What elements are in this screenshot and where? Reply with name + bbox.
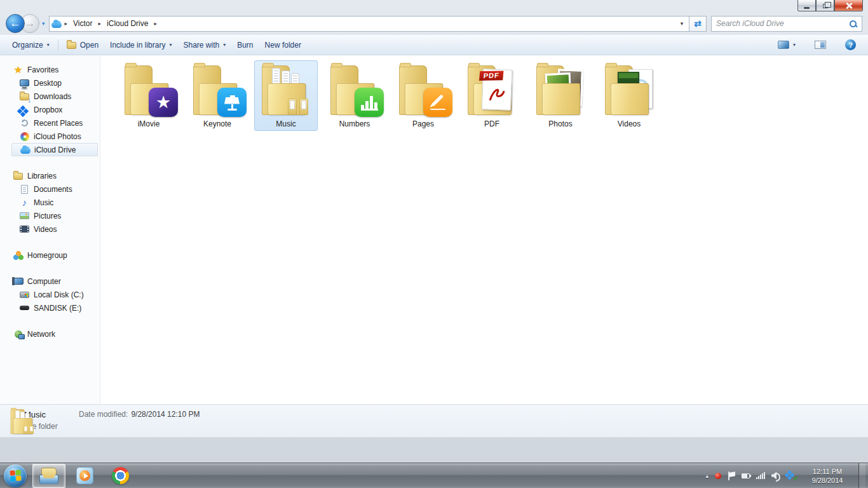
keynote-badge-icon bbox=[217, 88, 247, 117]
file-tile-imovie[interactable]: ★ iMovie bbox=[117, 60, 180, 131]
folder-icon bbox=[327, 64, 382, 118]
dropbox-tray-icon[interactable]: ✓ bbox=[787, 471, 796, 480]
sidebar-item-pictures[interactable]: Pictures bbox=[0, 209, 100, 222]
restore-button[interactable] bbox=[816, 0, 834, 11]
show-desktop-button[interactable] bbox=[858, 463, 865, 488]
minimize-button[interactable] bbox=[797, 0, 816, 11]
organize-button[interactable]: Organize ▾ bbox=[6, 37, 55, 53]
back-button[interactable]: ← bbox=[6, 14, 25, 33]
main-area: ★ Favorites Desktop ↓ Downloads Dropbox bbox=[0, 55, 868, 404]
burn-button[interactable]: Burn bbox=[231, 37, 259, 53]
help-button[interactable]: ? bbox=[839, 36, 862, 53]
network-icon bbox=[13, 329, 24, 339]
breadcrumb-item-icloud-drive[interactable]: iCloud Drive bbox=[104, 19, 151, 28]
imovie-badge-icon: ★ bbox=[149, 88, 178, 117]
taskbar-button-media-player[interactable] bbox=[68, 464, 101, 488]
chrome-icon bbox=[112, 467, 129, 484]
breadcrumb-item-victor[interactable]: Victor bbox=[70, 19, 95, 28]
sidebar-header-favorites[interactable]: ★ Favorites bbox=[0, 63, 100, 76]
pdf-tag-label: PDF bbox=[479, 71, 504, 81]
new-folder-label: New folder bbox=[265, 41, 301, 50]
address-history-dropdown[interactable]: ▾ bbox=[677, 20, 687, 27]
recent-pages-dropdown[interactable]: ▾ bbox=[42, 20, 45, 27]
photos-folder-icon bbox=[533, 64, 588, 118]
libraries-icon bbox=[13, 171, 24, 181]
explorer-window: ← → ▾ ▸ Victor ▸ iCloud Drive ▸ ▾ ⇄ Orga… bbox=[0, 0, 868, 463]
sidebar-header-computer[interactable]: Computer bbox=[0, 274, 100, 288]
preview-pane-button[interactable] bbox=[809, 37, 832, 52]
homegroup-icon bbox=[13, 250, 24, 261]
sidebar-header-homegroup[interactable]: Homegroup bbox=[0, 248, 100, 262]
numbers-badge-icon bbox=[355, 88, 384, 117]
desktop-icon bbox=[19, 78, 30, 88]
file-tile-photos[interactable]: Photos bbox=[529, 60, 592, 131]
pages-badge-icon bbox=[423, 88, 452, 117]
sidebar-group-network: Network bbox=[0, 327, 100, 341]
sidebar-item-dropbox[interactable]: Dropbox bbox=[0, 103, 100, 116]
sidebar-header-libraries[interactable]: Libraries bbox=[0, 169, 100, 182]
minimize-icon bbox=[804, 7, 810, 9]
action-center-flag-icon[interactable] bbox=[728, 471, 735, 480]
desktop-screen: ← → ▾ ▸ Victor ▸ iCloud Drive ▸ ▾ ⇄ Orga… bbox=[0, 0, 868, 488]
sidebar-group-favorites: ★ Favorites Desktop ↓ Downloads Dropbox bbox=[0, 63, 100, 156]
open-button[interactable]: Open bbox=[61, 37, 104, 53]
close-button[interactable] bbox=[834, 0, 863, 11]
view-controls: ▾ ? bbox=[772, 36, 862, 53]
sidebar-item-icloud-photos[interactable]: iCloud Photos bbox=[0, 130, 100, 143]
taskbar: ▴ ✓ 12:11 PM 9/28/2014 bbox=[0, 463, 868, 488]
show-hidden-icons-button[interactable]: ▴ bbox=[705, 473, 709, 479]
preview-pane-icon bbox=[815, 41, 826, 49]
file-tile-pages[interactable]: Pages bbox=[391, 60, 455, 131]
new-folder-button[interactable]: New folder bbox=[259, 37, 307, 53]
network-signal-icon[interactable] bbox=[756, 472, 765, 479]
sidebar-item-local-disk[interactable]: Local Disk (C:) bbox=[0, 288, 100, 301]
explorer-icon bbox=[39, 468, 58, 484]
taskbar-button-chrome[interactable] bbox=[104, 464, 137, 488]
videos-folder-icon bbox=[602, 64, 656, 118]
downloads-icon: ↓ bbox=[19, 92, 30, 102]
star-icon: ★ bbox=[13, 65, 24, 75]
taskbar-button-explorer[interactable] bbox=[32, 464, 65, 488]
volume-icon[interactable] bbox=[771, 472, 780, 480]
file-tile-pdf[interactable]: PDF PDF bbox=[460, 60, 524, 131]
sidebar-item-downloads[interactable]: ↓ Downloads bbox=[0, 90, 100, 103]
search-input[interactable] bbox=[716, 19, 849, 28]
include-in-library-button[interactable]: Include in library ▾ bbox=[104, 37, 177, 53]
close-icon bbox=[845, 2, 852, 9]
start-button[interactable] bbox=[4, 464, 27, 487]
share-with-button[interactable]: Share with ▾ bbox=[177, 37, 231, 53]
file-tile-music[interactable]: Music bbox=[254, 60, 318, 131]
file-tile-numbers[interactable]: Numbers bbox=[323, 60, 386, 131]
status-date-modified: Date modified: 9/28/2014 12:10 PM bbox=[79, 409, 200, 419]
sidebar-item-sandisk[interactable]: SANDISK (E:) bbox=[0, 301, 100, 315]
refresh-button[interactable]: ⇄ bbox=[689, 16, 707, 32]
search-box bbox=[711, 16, 862, 32]
views-icon bbox=[778, 41, 789, 49]
clock-time: 12:11 PM bbox=[803, 467, 852, 476]
address-bar[interactable]: ▸ Victor ▸ iCloud Drive ▸ ▾ bbox=[49, 16, 689, 32]
folder-icon bbox=[190, 64, 245, 118]
organize-label: Organize bbox=[12, 41, 43, 50]
dropbox-icon bbox=[19, 105, 30, 115]
sidebar-item-recent-places[interactable]: Recent Places bbox=[0, 116, 100, 130]
folder-icon bbox=[67, 42, 76, 49]
sidebar-item-documents[interactable]: Documents bbox=[0, 182, 100, 196]
file-tile-videos[interactable]: Videos bbox=[597, 60, 661, 131]
sidebar-group-libraries: Libraries Documents ♪ Music Pictures bbox=[0, 169, 100, 236]
change-view-button[interactable]: ▾ bbox=[772, 37, 801, 52]
sidebar-item-desktop[interactable]: Desktop bbox=[0, 76, 100, 90]
search-icon[interactable] bbox=[849, 20, 857, 28]
sidebar-item-videos[interactable]: Videos bbox=[0, 222, 100, 236]
sidebar-item-icloud-drive[interactable]: iCloud Drive bbox=[11, 143, 98, 156]
burn-label: Burn bbox=[237, 41, 253, 50]
tray-app-icon[interactable] bbox=[715, 473, 721, 479]
sidebar-header-network[interactable]: Network bbox=[0, 327, 100, 341]
computer-icon bbox=[13, 276, 24, 287]
battery-icon[interactable] bbox=[742, 473, 750, 478]
icloud-photos-icon bbox=[19, 132, 30, 142]
media-player-icon bbox=[76, 467, 93, 484]
file-tile-keynote[interactable]: Keynote bbox=[186, 60, 249, 131]
sidebar-item-music[interactable]: ♪ Music bbox=[0, 196, 100, 209]
taskbar-clock[interactable]: 12:11 PM 9/28/2014 bbox=[803, 467, 852, 485]
navigation-pane: ★ Favorites Desktop ↓ Downloads Dropbox bbox=[0, 55, 100, 404]
